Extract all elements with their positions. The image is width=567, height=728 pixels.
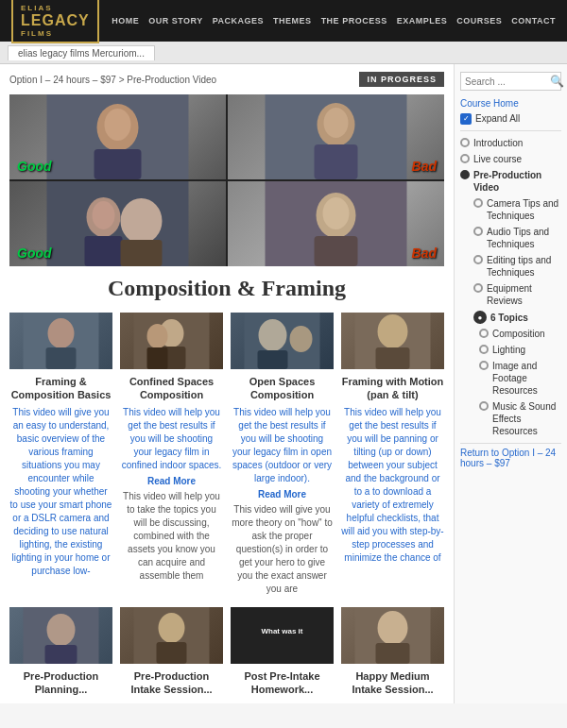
- sidebar-label-image: Image and Footage Resources: [492, 360, 561, 397]
- tab-bar: elias legacy films Mercuriom...: [0, 42, 567, 64]
- bottom-title-2: Pre-Production Intake Session...: [120, 669, 223, 697]
- sidebar-radio-composition: [479, 329, 489, 338]
- sidebar-label-music: Music & Sound Effects Resources: [492, 400, 561, 437]
- sidebar-item-composition[interactable]: Composition: [460, 326, 561, 342]
- video-cell-bl[interactable]: Good: [9, 181, 226, 266]
- sidebar-radio-music: [479, 401, 489, 411]
- nav-the-process[interactable]: THE PROCESS: [321, 16, 387, 25]
- read-more-3[interactable]: Read More: [231, 489, 334, 499]
- lesson-thumb-3[interactable]: [231, 313, 334, 369]
- svg-point-11: [93, 201, 115, 229]
- svg-rect-10: [85, 236, 123, 266]
- search-icon[interactable]: 🔍: [546, 73, 567, 90]
- search-box[interactable]: 🔍: [460, 72, 561, 91]
- bad-label-br: Bad: [412, 245, 437, 261]
- return-link[interactable]: Return to Option I – 24 hours – $97: [460, 448, 561, 468]
- bottom-title-4: Happy Medium Intake Session...: [341, 669, 444, 697]
- bottom-thumb-4[interactable]: [341, 607, 444, 664]
- nav-themes[interactable]: THEMES: [273, 16, 312, 25]
- sidebar-item-introduction[interactable]: Introduction: [460, 135, 561, 151]
- site-header: ELIAS LEGACY FILMS HOME OUR STORY PACKAG…: [0, 0, 567, 42]
- good-label-bl: Good: [17, 245, 52, 261]
- sidebar-topics-row[interactable]: ● 6 Topics: [460, 309, 561, 326]
- lesson-desc-1: This video will give you an easy to unde…: [9, 406, 112, 578]
- sidebar-radio-image: [479, 361, 489, 370]
- sidebar-item-lighting[interactable]: Lighting: [460, 342, 561, 358]
- sidebar-item-image[interactable]: Image and Footage Resources: [460, 358, 561, 398]
- video-cell-br[interactable]: Bad: [228, 181, 444, 266]
- expand-all[interactable]: ✓ Expand All: [460, 112, 561, 125]
- nav-courses[interactable]: COURSES: [456, 16, 502, 25]
- sidebar-item-music[interactable]: Music & Sound Effects Resources: [460, 398, 561, 439]
- expand-check-icon: ✓: [460, 113, 472, 125]
- read-more-2[interactable]: Read More: [120, 476, 223, 486]
- nav-home[interactable]: HOME: [112, 16, 139, 25]
- section-title: Composition & Framing: [9, 276, 444, 301]
- sidebar-radio-equipment: [473, 283, 483, 293]
- browser-tab[interactable]: elias legacy films Mercuriom...: [8, 45, 155, 60]
- lesson-desc-black-2: This video will help you to take the top…: [120, 490, 223, 583]
- sidebar-item-equipment[interactable]: Equipment Reviews: [460, 280, 561, 309]
- lesson-desc-3: This video will help you get the best re…: [231, 406, 334, 485]
- svg-point-17: [323, 197, 350, 229]
- main-wrapper: Option I – 24 hours – $97 > Pre-Producti…: [0, 64, 567, 703]
- svg-point-19: [48, 318, 75, 348]
- svg-text:What was it: What was it: [261, 627, 302, 635]
- sidebar-label-composition: Composition: [492, 328, 545, 340]
- svg-point-29: [290, 326, 313, 352]
- svg-point-24: [147, 324, 168, 348]
- bottom-thumb-1[interactable]: [9, 607, 112, 664]
- logo-main: LEGACY: [21, 12, 90, 29]
- topics-label: 6 Topics: [490, 313, 528, 323]
- lesson-title-2: Confined Spaces Composition: [120, 375, 223, 402]
- svg-rect-25: [147, 347, 168, 369]
- bottom-thumb-3[interactable]: What was it: [231, 607, 334, 664]
- video-grid: Good Bad: [9, 94, 444, 266]
- svg-point-12: [121, 198, 163, 244]
- svg-rect-2: [94, 149, 142, 179]
- lesson-card-1: Framing & Composition Basics This video …: [9, 313, 112, 596]
- svg-point-27: [259, 319, 287, 351]
- topics-badge: ●: [473, 311, 487, 324]
- nav-contact[interactable]: CONTACT: [511, 16, 556, 25]
- course-home-link[interactable]: Course Home: [460, 98, 561, 109]
- divider-1: [460, 130, 561, 131]
- search-input[interactable]: [461, 74, 546, 90]
- divider-2: [460, 443, 561, 444]
- lesson-thumb-1[interactable]: [9, 313, 112, 369]
- video-cell-tr[interactable]: Bad: [228, 94, 444, 179]
- logo[interactable]: ELIAS LEGACY FILMS: [11, 0, 99, 43]
- lesson-thumb-2[interactable]: [120, 313, 223, 369]
- svg-point-37: [159, 613, 185, 643]
- lesson-title-4: Framing with Motion (pan & tilt): [341, 375, 444, 402]
- sidebar-radio-audio: [473, 227, 483, 236]
- bottom-thumb-2[interactable]: [120, 607, 223, 664]
- bottom-card-2: Pre-Production Intake Session...: [120, 607, 223, 697]
- sidebar-item-live[interactable]: Live course: [460, 151, 561, 167]
- sidebar-item-audio[interactable]: Audio Tips and Techniques: [460, 224, 561, 252]
- svg-rect-16: [315, 236, 358, 266]
- svg-point-3: [105, 109, 131, 141]
- sidebar-item-editing[interactable]: Editing tips and Techniques: [460, 252, 561, 280]
- sidebar-radio-introduction: [460, 138, 470, 147]
- sidebar-item-camera[interactable]: Camera Tips and Techniques: [460, 195, 561, 224]
- nav-our-story[interactable]: OUR STORY: [148, 16, 203, 25]
- svg-point-7: [324, 108, 349, 138]
- sidebar-radio-pre-production: [460, 170, 470, 179]
- svg-point-34: [47, 614, 76, 646]
- bottom-title-1: Pre-Production Planning...: [9, 669, 112, 697]
- bottom-card-1: Pre-Production Planning...: [9, 607, 112, 697]
- lesson-thumb-4[interactable]: [341, 313, 444, 369]
- lesson-grid: Framing & Composition Basics This video …: [9, 313, 444, 596]
- logo-top: ELIAS: [21, 4, 90, 12]
- sidebar-label-lighting: Lighting: [492, 344, 525, 356]
- svg-rect-28: [258, 350, 288, 369]
- sidebar-label-introduction: Introduction: [473, 137, 523, 149]
- video-cell-tl[interactable]: Good: [9, 94, 226, 179]
- svg-rect-38: [157, 642, 187, 664]
- svg-point-31: [378, 314, 408, 348]
- sidebar-label-editing: Editing tips and Techniques: [487, 254, 561, 279]
- nav-examples[interactable]: EXAMPLES: [397, 16, 448, 25]
- sidebar-item-pre-production[interactable]: Pre-Production Video: [460, 167, 561, 195]
- nav-packages[interactable]: PACKAGES: [213, 16, 264, 25]
